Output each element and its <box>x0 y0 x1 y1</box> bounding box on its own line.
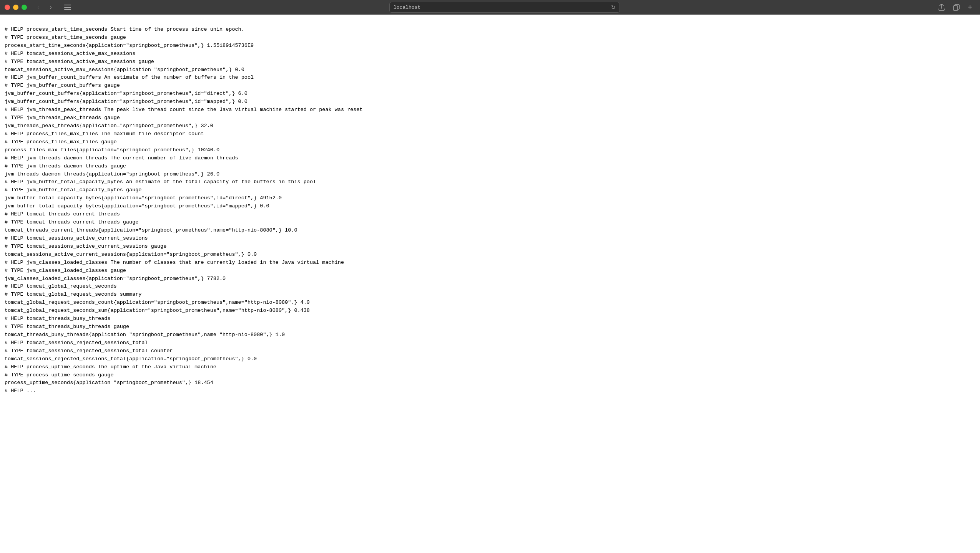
line: # HELP tomcat_sessions_active_max_sessio… <box>5 50 975 58</box>
line: # HELP tomcat_global_request_seconds <box>5 283 975 291</box>
line: jvm_buffer_count_buffers{application="sp… <box>5 90 975 98</box>
line: # TYPE process_files_max_files gauge <box>5 138 975 146</box>
line: tomcat_sessions_rejected_sessions_total{… <box>5 355 975 363</box>
duplicate-button[interactable] <box>950 2 962 13</box>
line: process_start_time_seconds{application="… <box>5 42 975 50</box>
line: process_uptime_seconds{application="spri… <box>5 379 975 387</box>
line: # TYPE tomcat_sessions_active_current_se… <box>5 243 975 251</box>
reload-button[interactable]: ↻ <box>611 4 616 10</box>
sidebar-toggle-button[interactable] <box>61 2 74 13</box>
minimize-button[interactable] <box>13 5 18 10</box>
svg-rect-3 <box>953 6 958 10</box>
line: tomcat_threads_current_threads{applicati… <box>5 227 975 235</box>
line: jvm_buffer_count_buffers{application="sp… <box>5 98 975 106</box>
svg-rect-2 <box>64 9 71 10</box>
line: # HELP jvm_classes_loaded_classes The nu… <box>5 259 975 267</box>
line: tomcat_threads_busy_threads{application=… <box>5 331 975 339</box>
line: jvm_threads_peak_threads{application="sp… <box>5 122 975 130</box>
url-bar-container: localhost ↻ <box>77 2 932 13</box>
line: tomcat_sessions_active_max_sessions{appl… <box>5 66 975 74</box>
share-button[interactable] <box>935 2 948 13</box>
maximize-button[interactable] <box>22 5 27 10</box>
line: # TYPE tomcat_threads_current_threads ga… <box>5 219 975 227</box>
titlebar: ‹ › localhost ↻ + <box>0 0 980 15</box>
line: jvm_threads_daemon_threads{application="… <box>5 171 975 179</box>
line: jvm_buffer_total_capacity_bytes{applicat… <box>5 202 975 210</box>
line: tomcat_sessions_active_current_sessions{… <box>5 251 975 259</box>
line: # TYPE tomcat_global_request_seconds sum… <box>5 291 975 299</box>
line: # TYPE jvm_buffer_count_buffers gauge <box>5 82 975 90</box>
line: # HELP ... <box>5 387 975 395</box>
line: # TYPE jvm_classes_loaded_classes gauge <box>5 267 975 275</box>
nav-buttons: ‹ › <box>33 2 56 13</box>
line: # HELP jvm_threads_peak_threads The peak… <box>5 106 975 114</box>
line: # TYPE tomcat_sessions_active_max_sessio… <box>5 58 975 66</box>
line: # HELP tomcat_sessions_active_current_se… <box>5 235 975 243</box>
back-button[interactable]: ‹ <box>33 2 44 13</box>
line: # HELP tomcat_threads_current_threads <box>5 210 975 219</box>
line: # TYPE jvm_threads_peak_threads gauge <box>5 114 975 122</box>
url-text: localhost <box>394 5 420 10</box>
line: jvm_buffer_total_capacity_bytes{applicat… <box>5 194 975 202</box>
forward-button[interactable]: › <box>45 2 56 13</box>
titlebar-actions: + <box>935 2 975 13</box>
line: # TYPE process_start_time_seconds gauge <box>5 34 975 42</box>
line: # HELP jvm_threads_daemon_threads The cu… <box>5 154 975 162</box>
line: # HELP process_uptime_seconds The uptime… <box>5 363 975 371</box>
svg-rect-0 <box>64 5 71 5</box>
traffic-lights <box>5 5 27 10</box>
line: # TYPE process_uptime_seconds gauge <box>5 371 975 379</box>
line: # HELP jvm_buffer_count_buffers An estim… <box>5 74 975 82</box>
line: # TYPE tomcat_sessions_rejected_sessions… <box>5 347 975 355</box>
line: # HELP process_files_max_files The maxim… <box>5 130 975 138</box>
content-area: # HELP process_start_time_seconds Start … <box>0 15 980 553</box>
url-bar[interactable]: localhost ↻ <box>389 2 620 13</box>
line: # TYPE jvm_buffer_total_capacity_bytes g… <box>5 186 975 194</box>
line: process_files_max_files{application="spr… <box>5 146 975 154</box>
line: # HELP tomcat_sessions_rejected_sessions… <box>5 339 975 347</box>
add-tab-button[interactable]: + <box>965 2 975 13</box>
line: tomcat_global_request_seconds_count{appl… <box>5 299 975 307</box>
line: # HELP tomcat_threads_busy_threads <box>5 315 975 323</box>
svg-rect-1 <box>64 7 71 8</box>
line: # HELP jvm_buffer_total_capacity_bytes A… <box>5 178 975 186</box>
close-button[interactable] <box>5 5 10 10</box>
line: # TYPE tomcat_threads_busy_threads gauge <box>5 323 975 331</box>
line: # TYPE jvm_threads_daemon_threads gauge <box>5 162 975 171</box>
line: # HELP process_start_time_seconds Start … <box>5 26 975 34</box>
line: tomcat_global_request_seconds_sum{applic… <box>5 307 975 315</box>
line: jvm_classes_loaded_classes{application="… <box>5 275 975 283</box>
